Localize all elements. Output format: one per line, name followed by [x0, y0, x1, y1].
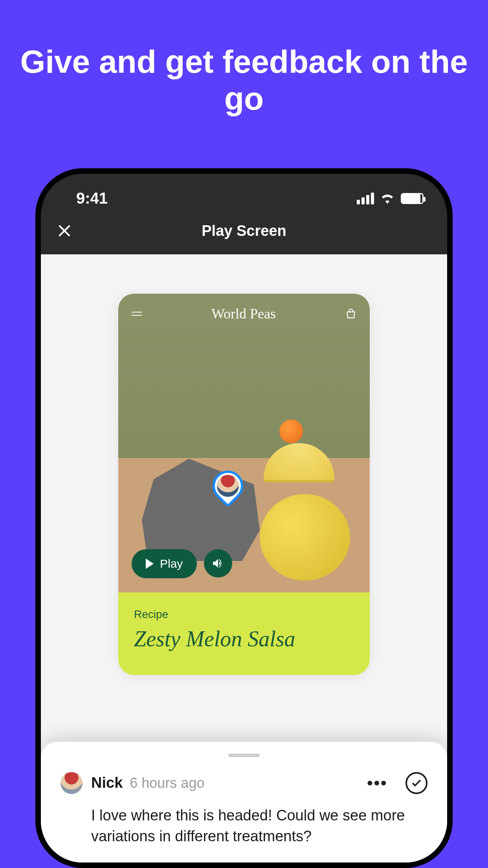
phone-frame: 9:41 Play Screen World Peas [35, 168, 453, 868]
more-options-icon[interactable]: ••• [367, 773, 387, 793]
comment-sheet[interactable]: Nick 6 hours ago ••• I love where this i… [41, 742, 447, 862]
sheet-grabber[interactable] [228, 754, 260, 757]
close-icon[interactable] [57, 223, 72, 239]
wifi-icon [380, 193, 394, 204]
nav-bar: Play Screen [41, 211, 447, 254]
comment-timestamp: 6 hours ago [130, 775, 204, 791]
decorative-lemon-slice [264, 443, 334, 482]
mockup-brand: World Peas [211, 305, 276, 322]
promo-headline: Give and get feedback on the go [0, 0, 488, 118]
shopping-bag-icon [345, 308, 356, 319]
comment: Nick 6 hours ago ••• I love where this i… [61, 772, 427, 847]
playback-controls: Play [132, 549, 232, 578]
decorative-rock [142, 459, 260, 561]
check-icon [411, 777, 422, 789]
design-canvas[interactable]: World Peas Play [118, 294, 370, 675]
comment-body: I love where this is headed! Could we se… [91, 805, 427, 847]
status-indicators [357, 193, 424, 204]
sound-button[interactable] [204, 549, 232, 577]
status-time: 9:41 [64, 189, 108, 207]
play-button[interactable]: Play [132, 549, 197, 578]
play-label: Play [160, 557, 183, 570]
resolve-button[interactable] [405, 772, 427, 794]
mockup-recipe-section: Recipe Zesty Melon Salsa [118, 592, 370, 675]
cellular-icon [357, 193, 374, 204]
mockup-header: World Peas [118, 294, 370, 334]
navbar-title: Play Screen [41, 223, 447, 239]
author-avatar[interactable] [61, 772, 83, 794]
mockup-hero: World Peas Play [118, 294, 370, 592]
speaker-icon [211, 557, 225, 570]
status-bar: 9:41 [41, 174, 447, 211]
phone-screen: 9:41 Play Screen World Peas [41, 174, 447, 862]
hamburger-icon [132, 312, 142, 316]
pin-avatar [217, 475, 239, 497]
comment-author: Nick [91, 774, 123, 791]
play-icon [146, 559, 154, 569]
decorative-tomato [279, 419, 303, 443]
recipe-label: Recipe [134, 608, 354, 621]
recipe-title: Zesty Melon Salsa [134, 626, 354, 651]
decorative-lemon [260, 494, 350, 581]
battery-icon [401, 193, 424, 204]
